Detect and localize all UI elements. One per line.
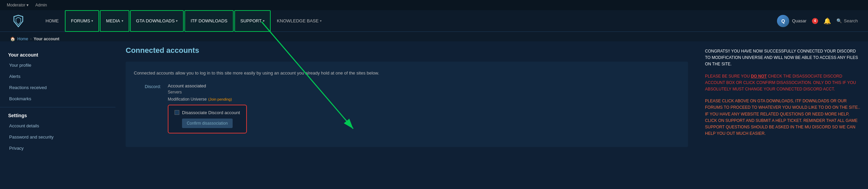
logo[interactable]: [10, 13, 26, 29]
breadcrumb-home[interactable]: Home: [17, 37, 28, 41]
sidebar-item-account-details[interactable]: Account details: [0, 120, 115, 131]
search-button[interactable]: 🔍 Search: [836, 18, 858, 23]
discord-status: Account associated: [168, 83, 680, 88]
notice-panel: CONGRATS!! YOU HAVE NOW SUCCESSFULLY CON…: [698, 41, 868, 189]
sidebar: Your account Your profile Alerts Reactio…: [0, 41, 115, 189]
avatar: Q: [777, 15, 789, 27]
admin-link[interactable]: Admin: [35, 3, 47, 7]
sidebar-settings-title: Settings: [0, 107, 115, 120]
sidebar-account-title: Your account: [0, 48, 115, 60]
content-panel: Connected accounts allow you to log in t…: [126, 62, 688, 147]
bell-icon[interactable]: 🔔: [824, 17, 831, 25]
moderator-link[interactable]: Moderator ▾: [7, 3, 29, 7]
sidebar-item-bookmarks[interactable]: Bookmarks: [0, 93, 115, 104]
breadcrumb-current: Your account: [34, 37, 59, 41]
nav-support[interactable]: SUPPORT ▾: [234, 10, 271, 32]
username-label: Quasar: [792, 18, 807, 23]
nav-media[interactable]: MEDIA ▾: [100, 10, 129, 32]
discord-label: Discord:: [134, 83, 161, 89]
discord-info: Account associated Servers Modification …: [168, 83, 680, 133]
main-content: Connected accounts Connected accounts al…: [115, 41, 698, 189]
nav-knowledge-base[interactable]: KNOWLEDGE BASE ▾: [271, 10, 327, 32]
user-avatar-area[interactable]: Q Quasar: [777, 15, 807, 27]
chevron-down-icon: ▾: [91, 19, 93, 23]
chevron-down-icon: ▾: [122, 19, 123, 23]
nav-items: HOME FORUMS ▾ MEDIA ▾ GTA DOWNLOADS ▾ IT…: [40, 10, 777, 32]
success-notice: CONGRATS!! YOU HAVE NOW SUCCESSFULLY CON…: [705, 48, 861, 68]
chevron-down-icon: ▾: [320, 19, 322, 23]
description-text: Connected accounts allow you to log in t…: [134, 70, 680, 77]
disassociate-checkbox-row[interactable]: Disassociate Discord account: [175, 110, 240, 115]
nav-right: Q Quasar 4 🔔 🔍 Search: [777, 15, 858, 27]
home-icon: 🏠: [10, 37, 15, 41]
chevron-down-icon: ▾: [263, 19, 265, 23]
info-notice: PLEASE CLICK ABOVE ON GTA DOWNLOADS, ITF…: [705, 98, 861, 137]
breadcrumb: 🏠 Home › Your account: [0, 32, 868, 41]
notification-badge[interactable]: 4: [812, 18, 818, 24]
sidebar-item-alerts[interactable]: Alerts: [0, 71, 115, 82]
disassociate-checkbox[interactable]: [175, 110, 179, 115]
warning-notice: PLEASE BE SURE YOU DO NOT CHECK THE DISA…: [705, 73, 861, 93]
disassociate-label: Disassociate Discord account: [182, 110, 240, 115]
disassociate-box: Disassociate Discord account Confirm dis…: [168, 105, 247, 133]
chevron-down-icon: ▾: [176, 19, 178, 23]
sidebar-item-privacy[interactable]: Privacy: [0, 143, 115, 154]
search-icon: 🔍: [836, 18, 842, 23]
join-pending-label: (Join pending): [208, 97, 232, 101]
page-title: Connected accounts: [126, 46, 688, 55]
sidebar-item-profile[interactable]: Your profile: [0, 60, 115, 71]
discord-row: Discord: Account associated Servers Modi…: [134, 83, 680, 133]
nav-forums[interactable]: FORUMS ▾: [65, 10, 99, 32]
nav-itf-downloads[interactable]: ITF DOWNLOADS: [184, 10, 233, 32]
sidebar-item-password-security[interactable]: Password and security: [0, 131, 115, 143]
discord-servers-label: Servers: [168, 90, 680, 94]
warning-bold: DO NOT: [751, 74, 767, 79]
breadcrumb-separator: ›: [30, 37, 32, 41]
nav-home[interactable]: HOME: [40, 10, 64, 32]
nav-gta-downloads[interactable]: GTA DOWNLOADS ▾: [130, 10, 184, 32]
sidebar-item-reactions[interactable]: Reactions received: [0, 82, 115, 93]
server-name: Modification Universe: [168, 97, 207, 102]
confirm-disassociation-button[interactable]: Confirm disassociation: [182, 119, 233, 128]
